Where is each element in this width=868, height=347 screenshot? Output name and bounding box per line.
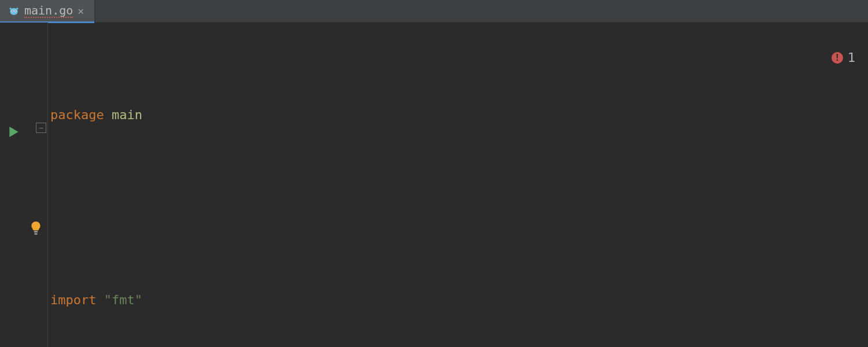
tab-bar: main.go ✕: [0, 0, 868, 23]
code-line[interactable]: package main: [48, 104, 868, 127]
gopher-icon: [8, 5, 20, 17]
code-line[interactable]: [48, 196, 868, 219]
svg-point-6: [16, 8, 18, 9]
code-line[interactable]: import "fmt": [48, 289, 868, 312]
tab-main-go[interactable]: main.go ✕: [0, 0, 95, 22]
svg-rect-9: [34, 233, 37, 235]
bulb-icon[interactable]: [0, 221, 47, 236]
gutter: −: [0, 23, 48, 347]
svg-rect-8: [34, 231, 38, 232]
svg-marker-7: [9, 127, 18, 137]
svg-point-3: [12, 10, 13, 12]
close-icon[interactable]: ✕: [78, 6, 84, 16]
tab-label: main.go: [24, 5, 73, 18]
editor: ! 1 − package main im: [0, 23, 868, 347]
code-area[interactable]: package main import "fmt" func main() { …: [48, 23, 868, 347]
svg-point-4: [15, 10, 16, 12]
svg-point-5: [10, 8, 12, 9]
